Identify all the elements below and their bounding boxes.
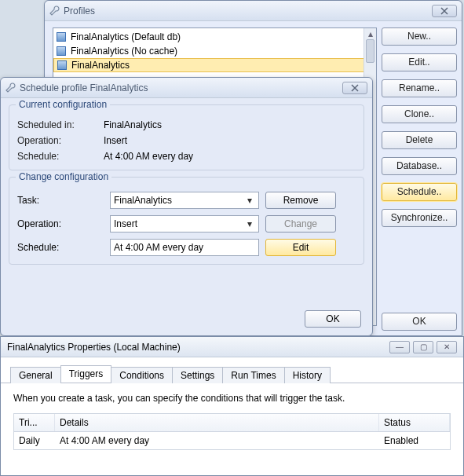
list-item-label: FinalAnalytics [71, 60, 130, 71]
col-status[interactable]: Status [379, 414, 450, 431]
properties-title: FinalAnalytics Properties (Local Machine… [7, 342, 181, 353]
list-item-label: FinalAnalytics (No cache) [71, 46, 177, 57]
list-item-label: FinalAnalytics (Default db) [71, 31, 181, 42]
schedule-button[interactable]: Schedule.. [382, 183, 457, 201]
properties-titlebar[interactable]: FinalAnalytics Properties (Local Machine… [1, 337, 463, 357]
cell-status: Enabled [379, 432, 450, 449]
schedule-input-value: At 4:00 AM every day [114, 242, 203, 253]
operation-label: Operation: [17, 135, 104, 146]
ok-button[interactable]: OK [382, 313, 457, 331]
schedule-value: At 4:00 AM every day [104, 151, 356, 162]
wrench-icon [49, 5, 60, 16]
tab-run-times[interactable]: Run Times [222, 367, 284, 383]
minimize-icon[interactable]: — [389, 341, 410, 353]
profile-icon [57, 60, 67, 70]
chevron-up-icon[interactable]: ▴ [364, 28, 376, 39]
clone-button[interactable]: Clone.. [382, 105, 457, 123]
schedule-input[interactable]: At 4:00 AM every day [110, 239, 259, 256]
profiles-button-column: New.. Edit.. Rename.. Clone.. Delete Dat… [382, 27, 457, 227]
cell-trigger: Daily [14, 432, 55, 449]
rename-button[interactable]: Rename.. [382, 79, 457, 97]
operation-value: Insert [104, 135, 356, 146]
tab-history[interactable]: History [284, 367, 331, 383]
scheduled-in-label: Scheduled in: [17, 119, 104, 130]
col-details[interactable]: Details [55, 414, 379, 431]
chevron-down-icon[interactable]: ▾ [243, 194, 257, 207]
operation-combo-value: Insert [114, 218, 137, 229]
profile-icon [57, 46, 66, 56]
remove-button[interactable]: Remove [265, 192, 336, 209]
triggers-table[interactable]: Tri... Details Status Daily At 4:00 AM e… [13, 413, 451, 450]
tab-triggers[interactable]: Triggers [60, 365, 112, 383]
profiles-title: Profiles [64, 5, 95, 16]
profiles-titlebar[interactable]: Profiles [45, 1, 462, 21]
task-label: Task: [17, 195, 104, 206]
change-config-group: Change configuration Task: FinalAnalytic… [9, 177, 364, 265]
list-item[interactable]: FinalAnalytics [53, 58, 376, 72]
edit-button[interactable]: Edit [265, 239, 336, 256]
list-item[interactable]: FinalAnalytics (No cache) [53, 44, 376, 58]
col-trigger[interactable]: Tri... [14, 414, 55, 431]
profile-icon [57, 32, 66, 42]
schedule-label: Schedule: [17, 151, 104, 162]
current-config-group: Current configuration Scheduled in: Fina… [9, 104, 364, 170]
scheduled-in-value: FinalAnalytics [104, 119, 356, 130]
task-combo[interactable]: FinalAnalytics ▾ [110, 192, 259, 209]
task-properties-window: FinalAnalytics Properties (Local Machine… [0, 336, 464, 476]
maximize-icon[interactable]: ▢ [413, 341, 433, 353]
chevron-down-icon[interactable]: ▾ [243, 218, 257, 230]
task-combo-value: FinalAnalytics [114, 195, 172, 206]
schedule-title: Schedule profile FinalAnalytics [20, 82, 148, 93]
change-button: Change [265, 215, 336, 233]
schedule-dialog: Schedule profile FinalAnalytics Current … [0, 77, 373, 336]
synchronize-button[interactable]: Synchronize.. [382, 209, 457, 227]
database-button[interactable]: Database.. [382, 157, 457, 175]
table-row[interactable]: Daily At 4:00 AM every day Enabled [14, 432, 450, 449]
wrench-icon [5, 82, 16, 93]
close-icon[interactable]: ✕ [437, 341, 457, 353]
new-button[interactable]: New.. [382, 27, 457, 46]
group-legend: Change configuration [16, 171, 111, 182]
tab-general[interactable]: General [10, 367, 61, 383]
tab-settings[interactable]: Settings [172, 367, 223, 383]
tabstrip: General Triggers Conditions Settings Run… [1, 357, 463, 383]
operation-combo[interactable]: Insert ▾ [110, 215, 259, 233]
close-icon[interactable] [342, 82, 367, 94]
cell-details: At 4:00 AM every day [55, 432, 379, 449]
group-legend: Current configuration [16, 99, 110, 110]
triggers-description: When you create a task, you can specify … [13, 393, 451, 404]
list-item[interactable]: FinalAnalytics (Default db) [53, 30, 376, 44]
operation-label: Operation: [17, 218, 104, 229]
delete-button[interactable]: Delete [382, 131, 457, 149]
ok-button[interactable]: OK [305, 310, 361, 328]
schedule-label: Schedule: [17, 242, 104, 253]
edit-button[interactable]: Edit.. [382, 53, 457, 71]
schedule-titlebar[interactable]: Schedule profile FinalAnalytics [1, 78, 372, 98]
scrollbar-thumb[interactable] [366, 39, 374, 63]
tab-conditions[interactable]: Conditions [111, 367, 173, 383]
close-icon[interactable] [432, 5, 457, 17]
